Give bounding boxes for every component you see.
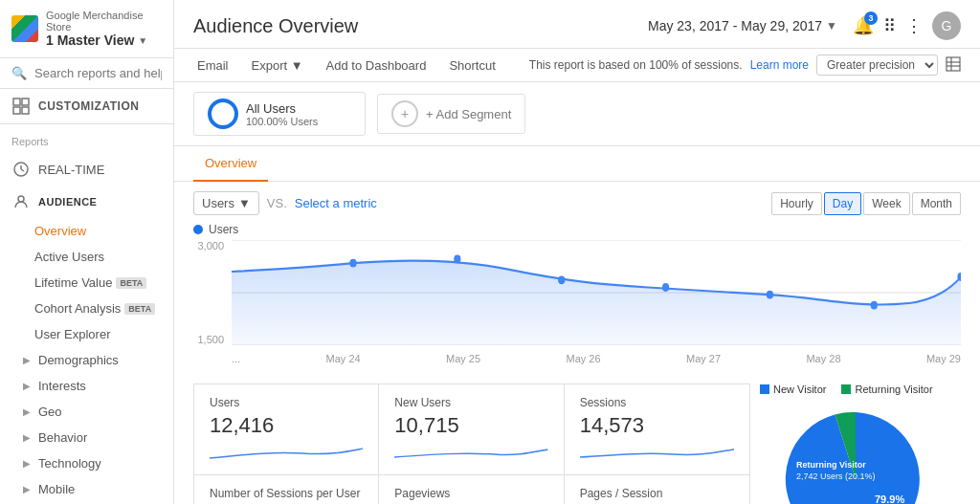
learn-more-link[interactable]: Learn more <box>750 58 809 72</box>
sidebar-item-behavior[interactable]: ▶ Behavior <box>0 425 173 450</box>
search-input[interactable] <box>34 66 162 80</box>
reports-label: Reports <box>0 132 173 153</box>
sidebar-item-active-users[interactable]: Active Users <box>0 244 173 270</box>
sidebar-item-audience[interactable]: AUDIENCE <box>0 186 173 218</box>
all-users-segment[interactable]: All Users 100.00% Users <box>193 92 366 136</box>
svg-text:79.9%: 79.9% <box>875 493 904 504</box>
svg-point-19 <box>767 291 773 299</box>
overview-tabs: Overview <box>174 146 980 182</box>
email-button[interactable]: Email <box>193 56 233 75</box>
sidebar-item-mobile[interactable]: ▶ Mobile <box>0 476 173 502</box>
svg-text:2,742 Users (20.1%): 2,742 Users (20.1%) <box>796 471 876 481</box>
sidebar-item-interests[interactable]: ▶ Interests <box>0 373 173 399</box>
sidebar-header-text: Google Merchandise Store 1 Master View ▼ <box>46 10 162 48</box>
svg-point-17 <box>558 275 565 284</box>
time-buttons: Hourly Day Week Month <box>771 192 961 215</box>
metric-arrow: ▼ <box>238 196 251 210</box>
pie-svg: Returning Visitor 2,742 Users (20.1%) 79… <box>769 403 942 504</box>
select-metric-link[interactable]: Select a metric <box>295 196 377 210</box>
apps-grid-icon[interactable]: ⠿ <box>883 15 896 36</box>
geo-arrow: ▶ <box>23 406 31 417</box>
interests-arrow: ▶ <box>23 381 31 391</box>
time-btn-week[interactable]: Week <box>863 192 909 215</box>
pie-legend-new: New Visitor <box>760 383 826 395</box>
sidebar-item-demographics[interactable]: ▶ Demographics <box>0 347 173 373</box>
sidebar-item-lifetime-value[interactable]: Lifetime Value BETA <box>0 270 173 296</box>
stat-users: Users 12,416 <box>194 384 379 475</box>
toolbar-left: Email Export ▼ Add to Dashboard Shortcut <box>193 56 500 75</box>
stat-users-sparkline <box>210 444 363 463</box>
sidebar-item-technology[interactable]: ▶ Technology <box>0 450 173 476</box>
search-icon: 🔍 <box>11 66 27 80</box>
add-segment-button[interactable]: + + Add Segment <box>377 94 525 134</box>
search-bar[interactable]: 🔍 <box>0 58 173 89</box>
line-chart: 3,000 1,500 <box>193 240 961 364</box>
stat-sessions-label: Sessions <box>580 396 734 409</box>
audience-icon <box>11 192 31 211</box>
stat-spu-label: Number of Sessions per User <box>210 487 363 500</box>
date-range-arrow: ▼ <box>826 19 837 33</box>
stat-pageviews: Pageviews 64,812 <box>379 475 564 504</box>
pie-chart-section: New Visitor Returning Visitor <box>750 383 961 504</box>
main-content: Audience Overview May 23, 2017 - May 29,… <box>174 0 980 504</box>
time-btn-day[interactable]: Day <box>824 192 861 215</box>
customization-icon <box>11 97 31 116</box>
svg-point-18 <box>662 283 669 292</box>
users-legend-label: Users <box>209 223 238 236</box>
stat-new-users-label: New Users <box>394 396 547 409</box>
sidebar-item-realtime[interactable]: REAL-TIME <box>0 153 173 186</box>
date-range-text: May 23, 2017 - May 29, 2017 <box>648 18 822 33</box>
notification-bell[interactable]: 🔔 3 <box>853 15 874 36</box>
sidebar: Google Merchandise Store 1 Master View ▼… <box>0 0 174 504</box>
new-visitor-label: New Visitor <box>773 383 826 395</box>
users-legend-dot <box>193 225 203 234</box>
pie-legend: New Visitor Returning Visitor <box>760 383 951 395</box>
cohort-analysis-beta-badge: BETA <box>124 303 155 315</box>
date-range-picker[interactable]: May 23, 2017 - May 29, 2017 ▼ <box>648 18 837 33</box>
metric-select-btn[interactable]: Users ▼ <box>193 191 259 215</box>
svg-rect-8 <box>947 57 960 71</box>
realtime-label: REAL-TIME <box>38 163 104 177</box>
sidebar-item-cohort-analysis[interactable]: Cohort Analysis BETA <box>0 296 173 321</box>
tab-overview[interactable]: Overview <box>193 146 268 182</box>
svg-rect-1 <box>22 99 29 105</box>
stat-sessions-sparkline <box>580 444 734 463</box>
x-label-0: ... <box>232 353 240 364</box>
sidebar-item-overview[interactable]: Overview <box>0 218 173 244</box>
top-bar: Audience Overview May 23, 2017 - May 29,… <box>174 0 980 48</box>
stat-pageviews-label: Pageviews <box>394 487 547 500</box>
chart-area: Users ▼ VS. Select a metric Hourly Day W… <box>174 182 980 374</box>
x-label-4: May 27 <box>686 353 721 364</box>
time-btn-hourly[interactable]: Hourly <box>771 192 822 215</box>
segment-info: All Users 100.00% Users <box>246 101 318 127</box>
svg-text:Returning Visitor: Returning Visitor <box>796 460 866 470</box>
segment-circle <box>208 99 238 129</box>
svg-rect-2 <box>13 107 20 114</box>
google-analytics-logo <box>11 15 38 42</box>
stat-new-users-sparkline <box>394 444 547 463</box>
avatar[interactable]: G <box>932 11 961 40</box>
lifetime-value-beta-badge: BETA <box>116 277 146 289</box>
svg-rect-0 <box>13 99 20 105</box>
table-icon[interactable] <box>946 56 961 75</box>
export-button[interactable]: Export ▼ <box>248 56 307 75</box>
chart-controls: Users ▼ VS. Select a metric Hourly Day W… <box>193 191 961 215</box>
shortcut-button[interactable]: Shortcut <box>445 56 499 75</box>
sidebar-item-geo[interactable]: ▶ Geo <box>0 399 173 425</box>
mobile-arrow: ▶ <box>23 484 31 494</box>
x-label-1: May 24 <box>326 353 361 364</box>
new-visitor-dot <box>760 384 769 394</box>
precision-select[interactable]: Greater precision <box>816 55 938 76</box>
customization-row[interactable]: CUSTOMIZATION <box>0 89 173 124</box>
x-label-6: May 29 <box>926 353 961 364</box>
add-to-dashboard-button[interactable]: Add to Dashboard <box>323 56 431 75</box>
view-dropdown-arrow[interactable]: ▼ <box>138 35 147 46</box>
more-options-icon[interactable]: ⋮ <box>905 15 923 36</box>
sidebar-item-user-explorer[interactable]: User Explorer <box>0 321 173 347</box>
stats-section: Users 12,416 New Users 10,715 Sessions 1… <box>174 374 980 504</box>
toolbar: Email Export ▼ Add to Dashboard Shortcut… <box>174 48 980 82</box>
pie-chart: Returning Visitor 2,742 Users (20.1%) 79… <box>760 403 951 504</box>
y-label-mid: 1,500 <box>197 334 224 345</box>
time-btn-month[interactable]: Month <box>912 192 961 215</box>
segment-percent: 100.00% Users <box>246 116 318 127</box>
